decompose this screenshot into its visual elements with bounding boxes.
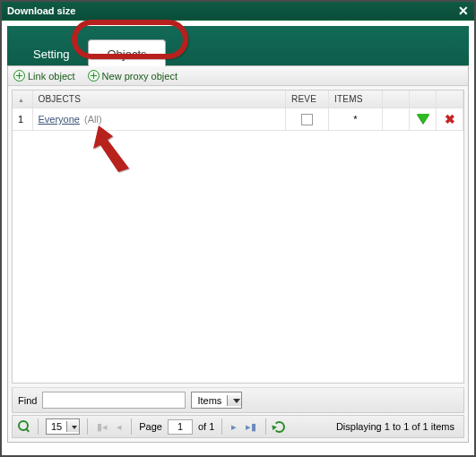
- find-scope-select[interactable]: Items: [191, 392, 242, 409]
- arrow-down-icon: [417, 114, 429, 124]
- new-proxy-object-button[interactable]: New proxy object: [88, 70, 177, 82]
- chevron-down-icon: [66, 421, 79, 432]
- object-name-link[interactable]: Everyone: [39, 114, 80, 125]
- tab-setting-label: Setting: [33, 47, 69, 61]
- link-object-button[interactable]: Link object: [13, 70, 75, 82]
- objects-grid: ▲ OBJECTS REVE ITEMS 1 Everyone: [12, 90, 464, 384]
- tab-setting[interactable]: Setting: [14, 39, 88, 66]
- tab-objects[interactable]: Objects: [88, 39, 165, 66]
- page-label-post: of 1: [198, 421, 214, 432]
- chevron-down-icon: [227, 395, 241, 406]
- find-label: Find: [18, 395, 37, 406]
- col-header-action-3: [437, 91, 463, 108]
- prev-page-button[interactable]: ◂: [115, 421, 124, 433]
- close-icon[interactable]: ✕: [458, 6, 469, 16]
- row-action-move[interactable]: [410, 108, 437, 131]
- add-icon: [13, 70, 25, 82]
- new-proxy-label: New proxy object: [102, 71, 177, 82]
- find-input[interactable]: [42, 392, 186, 409]
- object-suffix: (All): [84, 114, 102, 125]
- objects-toolbar: Link object New proxy object: [8, 66, 468, 86]
- find-scope-value: Items: [192, 395, 227, 406]
- pager-display-text: Displaying 1 to 1 of 1 items: [336, 421, 458, 432]
- col-header-reve[interactable]: REVE: [286, 91, 329, 108]
- page-size-select[interactable]: 15: [46, 418, 80, 435]
- col-header-action-2: [410, 91, 437, 108]
- table-row[interactable]: 1 Everyone (All) *: [13, 108, 463, 131]
- find-bar: Find Items: [12, 387, 464, 413]
- refresh-icon[interactable]: [273, 421, 285, 433]
- tab-objects-label: Objects: [107, 47, 146, 61]
- next-page-button[interactable]: ▸: [229, 421, 238, 433]
- col-header-action-1: [383, 91, 410, 108]
- search-icon[interactable]: [18, 420, 30, 433]
- page-size-value: 15: [47, 421, 66, 432]
- page-label-pre: Page: [139, 421, 162, 432]
- items-cell: *: [329, 108, 383, 131]
- reve-checkbox[interactable]: [301, 114, 313, 125]
- col-header-objects[interactable]: OBJECTS: [32, 91, 286, 108]
- first-page-button[interactable]: ▮◂: [95, 421, 109, 433]
- tab-strip: Setting Objects: [7, 26, 469, 65]
- page-number-input[interactable]: [168, 419, 193, 435]
- row-number: 1: [13, 108, 32, 131]
- row-action-delete[interactable]: ✖: [437, 108, 463, 131]
- reve-cell: [286, 108, 329, 131]
- object-name-cell: Everyone (All): [32, 108, 286, 131]
- window-title: Download size: [7, 5, 75, 16]
- col-header-items[interactable]: ITEMS: [329, 91, 383, 108]
- add-icon: [88, 70, 100, 82]
- window-titlebar: Download size ✕: [2, 2, 474, 21]
- last-page-button[interactable]: ▸▮: [244, 421, 258, 433]
- row-action-blank: [383, 108, 410, 131]
- pager: 15 ▮◂ ◂ Page of 1 ▸ ▸▮ Displaying 1 to 1…: [12, 415, 464, 438]
- delete-icon: ✖: [445, 112, 455, 126]
- col-header-row-number[interactable]: ▲: [13, 91, 32, 108]
- link-object-label: Link object: [28, 71, 75, 82]
